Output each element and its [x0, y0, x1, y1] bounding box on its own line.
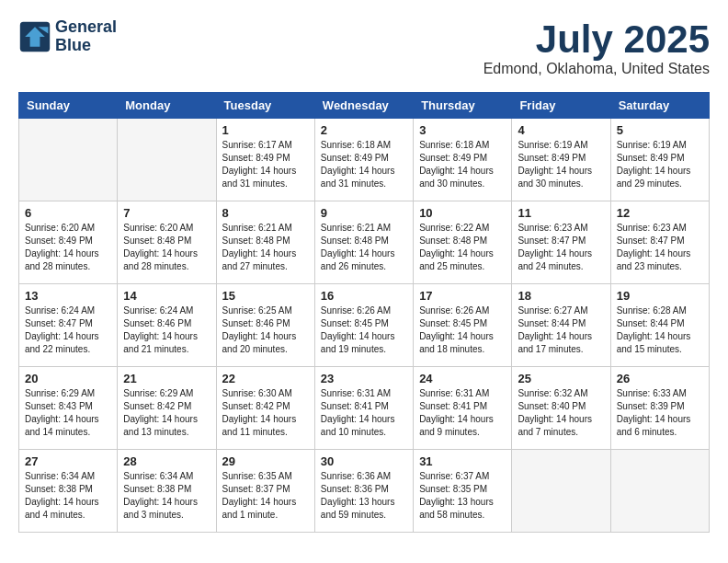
cell-info: Sunrise: 6:29 AMSunset: 8:42 PMDaylight:…: [123, 387, 210, 439]
cell-info: Sunrise: 6:31 AMSunset: 8:41 PMDaylight:…: [419, 387, 506, 439]
weekday-header-saturday: Saturday: [610, 93, 709, 119]
calendar-cell: [19, 119, 118, 201]
cell-info: Sunrise: 6:34 AMSunset: 8:38 PMDaylight:…: [25, 470, 111, 522]
day-number: 2: [321, 123, 407, 137]
cell-info: Sunrise: 6:24 AMSunset: 8:47 PMDaylight:…: [25, 304, 111, 356]
day-number: 31: [419, 454, 506, 468]
day-number: 23: [321, 372, 407, 385]
cell-info: Sunrise: 6:22 AMSunset: 8:48 PMDaylight:…: [419, 222, 506, 273]
calendar-cell: 28Sunrise: 6:34 AMSunset: 8:38 PMDayligh…: [118, 450, 216, 533]
day-number: 16: [321, 289, 407, 303]
calendar-cell: 30Sunrise: 6:36 AMSunset: 8:36 PMDayligh…: [314, 450, 413, 533]
calendar-cell: [610, 450, 709, 533]
day-number: 10: [419, 206, 506, 220]
calendar-cell: 14Sunrise: 6:24 AMSunset: 8:46 PMDayligh…: [118, 284, 216, 367]
day-number: 26: [617, 372, 703, 385]
day-number: 3: [419, 123, 506, 137]
calendar-cell: 5Sunrise: 6:19 AMSunset: 8:49 PMDaylight…: [610, 119, 709, 201]
calendar-cell: 7Sunrise: 6:20 AMSunset: 8:48 PMDaylight…: [118, 201, 216, 284]
calendar-cell: 11Sunrise: 6:23 AMSunset: 8:47 PMDayligh…: [512, 201, 610, 284]
day-number: 12: [617, 206, 703, 220]
day-number: 17: [419, 289, 506, 303]
weekday-header-tuesday: Tuesday: [216, 93, 314, 119]
cell-info: Sunrise: 6:26 AMSunset: 8:45 PMDaylight:…: [419, 304, 506, 356]
day-number: 11: [518, 206, 604, 220]
calendar-cell: 8Sunrise: 6:21 AMSunset: 8:48 PMDaylight…: [216, 201, 314, 284]
calendar-cell: 25Sunrise: 6:32 AMSunset: 8:40 PMDayligh…: [512, 367, 610, 450]
weekday-header-row: SundayMondayTuesdayWednesdayThursdayFrid…: [19, 93, 710, 119]
cell-info: Sunrise: 6:24 AMSunset: 8:46 PMDaylight:…: [123, 304, 210, 356]
cell-info: Sunrise: 6:21 AMSunset: 8:48 PMDaylight:…: [321, 222, 407, 273]
logo-line1: General: [55, 18, 117, 37]
calendar-cell: 12Sunrise: 6:23 AMSunset: 8:47 PMDayligh…: [610, 201, 709, 284]
week-row-5: 27Sunrise: 6:34 AMSunset: 8:38 PMDayligh…: [19, 450, 710, 533]
cell-info: Sunrise: 6:23 AMSunset: 8:47 PMDaylight:…: [617, 222, 703, 273]
logo: General Blue: [18, 18, 117, 55]
cell-info: Sunrise: 6:20 AMSunset: 8:49 PMDaylight:…: [25, 222, 111, 273]
day-number: 18: [518, 289, 604, 303]
page-header: General Blue July 2025 Edmond, Oklahoma,…: [18, 18, 710, 77]
calendar-cell: 26Sunrise: 6:33 AMSunset: 8:39 PMDayligh…: [610, 367, 709, 450]
day-number: 30: [321, 454, 407, 468]
calendar-cell: 22Sunrise: 6:30 AMSunset: 8:42 PMDayligh…: [216, 367, 314, 450]
day-number: 24: [419, 372, 506, 385]
day-number: 29: [222, 454, 309, 468]
calendar-cell: 20Sunrise: 6:29 AMSunset: 8:43 PMDayligh…: [19, 367, 118, 450]
calendar-cell: 18Sunrise: 6:27 AMSunset: 8:44 PMDayligh…: [512, 284, 610, 367]
day-number: 15: [222, 289, 309, 303]
cell-info: Sunrise: 6:31 AMSunset: 8:41 PMDaylight:…: [321, 387, 407, 439]
calendar-cell: 15Sunrise: 6:25 AMSunset: 8:46 PMDayligh…: [216, 284, 314, 367]
calendar-cell: [512, 450, 610, 533]
day-number: 19: [617, 289, 703, 303]
cell-info: Sunrise: 6:30 AMSunset: 8:42 PMDaylight:…: [222, 387, 309, 439]
day-number: 22: [222, 372, 309, 385]
day-number: 27: [25, 454, 111, 468]
cell-info: Sunrise: 6:32 AMSunset: 8:40 PMDaylight:…: [518, 387, 604, 439]
day-number: 25: [518, 372, 604, 385]
weekday-header-thursday: Thursday: [414, 93, 512, 119]
calendar-cell: 3Sunrise: 6:18 AMSunset: 8:49 PMDaylight…: [414, 119, 512, 201]
cell-info: Sunrise: 6:26 AMSunset: 8:45 PMDaylight:…: [321, 304, 407, 356]
weekday-header-sunday: Sunday: [19, 93, 118, 119]
cell-info: Sunrise: 6:23 AMSunset: 8:47 PMDaylight:…: [518, 222, 604, 273]
cell-info: Sunrise: 6:27 AMSunset: 8:44 PMDaylight:…: [518, 304, 604, 356]
cell-info: Sunrise: 6:28 AMSunset: 8:44 PMDaylight:…: [617, 304, 703, 356]
calendar-cell: 10Sunrise: 6:22 AMSunset: 8:48 PMDayligh…: [414, 201, 512, 284]
week-row-4: 20Sunrise: 6:29 AMSunset: 8:43 PMDayligh…: [19, 367, 710, 450]
calendar-cell: 4Sunrise: 6:19 AMSunset: 8:49 PMDaylight…: [512, 119, 610, 201]
calendar-cell: 1Sunrise: 6:17 AMSunset: 8:49 PMDaylight…: [216, 119, 314, 201]
cell-info: Sunrise: 6:36 AMSunset: 8:36 PMDaylight:…: [321, 470, 407, 522]
calendar-cell: 17Sunrise: 6:26 AMSunset: 8:45 PMDayligh…: [414, 284, 512, 367]
week-row-2: 6Sunrise: 6:20 AMSunset: 8:49 PMDaylight…: [19, 201, 710, 284]
day-number: 5: [617, 123, 703, 137]
calendar-cell: 21Sunrise: 6:29 AMSunset: 8:42 PMDayligh…: [118, 367, 216, 450]
cell-info: Sunrise: 6:21 AMSunset: 8:48 PMDaylight:…: [222, 222, 309, 273]
calendar-table: SundayMondayTuesdayWednesdayThursdayFrid…: [18, 92, 710, 533]
cell-info: Sunrise: 6:18 AMSunset: 8:49 PMDaylight:…: [321, 139, 407, 190]
cell-info: Sunrise: 6:29 AMSunset: 8:43 PMDaylight:…: [25, 387, 111, 439]
cell-info: Sunrise: 6:17 AMSunset: 8:49 PMDaylight:…: [222, 139, 309, 190]
day-number: 1: [222, 123, 309, 137]
cell-info: Sunrise: 6:25 AMSunset: 8:46 PMDaylight:…: [222, 304, 309, 356]
weekday-header-wednesday: Wednesday: [314, 93, 413, 119]
title-block: July 2025 Edmond, Oklahoma, United State…: [483, 18, 710, 77]
weekday-header-monday: Monday: [118, 93, 216, 119]
calendar-cell: 16Sunrise: 6:26 AMSunset: 8:45 PMDayligh…: [314, 284, 413, 367]
calendar-cell: 27Sunrise: 6:34 AMSunset: 8:38 PMDayligh…: [19, 450, 118, 533]
cell-info: Sunrise: 6:19 AMSunset: 8:49 PMDaylight:…: [617, 139, 703, 190]
day-number: 14: [123, 289, 210, 303]
calendar-cell: [118, 119, 216, 201]
cell-info: Sunrise: 6:34 AMSunset: 8:38 PMDaylight:…: [123, 470, 210, 522]
week-row-3: 13Sunrise: 6:24 AMSunset: 8:47 PMDayligh…: [19, 284, 710, 367]
week-row-1: 1Sunrise: 6:17 AMSunset: 8:49 PMDaylight…: [19, 119, 710, 201]
day-number: 6: [25, 206, 111, 220]
cell-info: Sunrise: 6:37 AMSunset: 8:35 PMDaylight:…: [419, 470, 506, 522]
month-year: July 2025: [483, 18, 710, 61]
calendar-cell: 9Sunrise: 6:21 AMSunset: 8:48 PMDaylight…: [314, 201, 413, 284]
cell-info: Sunrise: 6:33 AMSunset: 8:39 PMDaylight:…: [617, 387, 703, 439]
calendar-cell: 23Sunrise: 6:31 AMSunset: 8:41 PMDayligh…: [314, 367, 413, 450]
calendar-cell: 19Sunrise: 6:28 AMSunset: 8:44 PMDayligh…: [610, 284, 709, 367]
day-number: 13: [25, 289, 111, 303]
location: Edmond, Oklahoma, United States: [483, 61, 710, 77]
day-number: 4: [518, 123, 604, 137]
